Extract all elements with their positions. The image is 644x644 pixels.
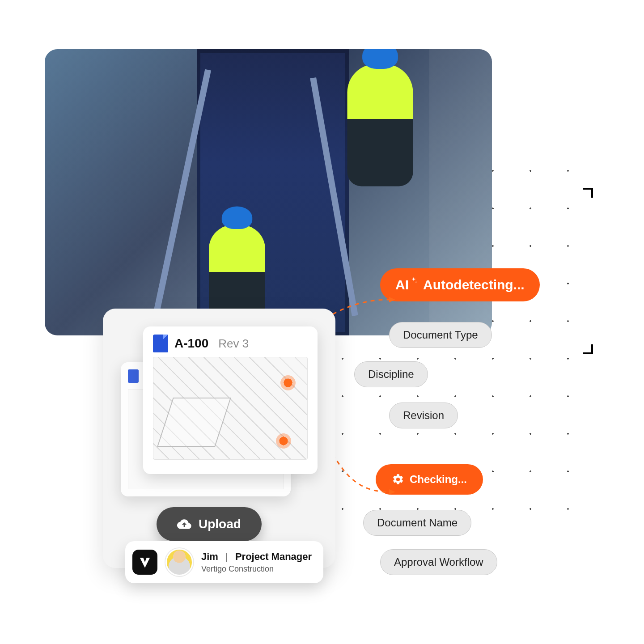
- crop-mark-icon: [583, 188, 593, 198]
- hotspot-marker-icon: [280, 375, 296, 390]
- file-icon: [153, 335, 168, 352]
- ai-autodetect-badge: AI Autodetecting...: [380, 268, 540, 301]
- user-company: Vertigo Construction: [201, 564, 312, 574]
- separator: |: [221, 551, 233, 562]
- user-role: Project Manager: [235, 551, 312, 562]
- upload-button-label: Upload: [199, 517, 241, 531]
- tag-document-type[interactable]: Document Type: [389, 322, 492, 348]
- svg-marker-1: [389, 489, 395, 495]
- checking-label: Checking...: [410, 473, 467, 486]
- tag-discipline[interactable]: Discipline: [354, 361, 428, 387]
- blueprint-preview: [153, 357, 308, 460]
- company-logo-icon: [132, 550, 157, 575]
- document-upload-card: A-100 Rev 3 Upload: [103, 309, 335, 568]
- tag-document-name[interactable]: Document Name: [363, 510, 471, 536]
- tag-revision[interactable]: Revision: [389, 402, 458, 428]
- cloud-upload-icon: [177, 517, 191, 531]
- document-revision: Rev 3: [218, 337, 249, 351]
- svg-marker-0: [389, 297, 395, 302]
- file-icon: [128, 369, 139, 383]
- avatar: [165, 548, 193, 576]
- user-name: Jim: [201, 551, 218, 562]
- hotspot-marker-icon: [276, 433, 291, 449]
- document-thumbnail-front[interactable]: A-100 Rev 3: [143, 326, 318, 474]
- tag-approval-workflow[interactable]: Approval Workflow: [380, 549, 497, 575]
- crop-mark-icon: [583, 344, 593, 354]
- ai-sparkle-icon: AI: [395, 277, 418, 292]
- ai-autodetect-label: Autodetecting...: [423, 277, 525, 292]
- upload-button[interactable]: Upload: [157, 507, 262, 541]
- document-code: A-100: [174, 336, 208, 351]
- user-chip[interactable]: Jim | Project Manager Vertigo Constructi…: [125, 541, 323, 583]
